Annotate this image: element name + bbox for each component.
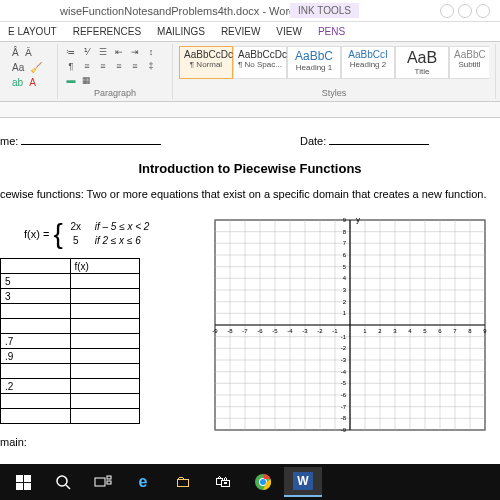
styles-group-label: Styles	[179, 88, 489, 99]
svg-text:-3: -3	[302, 328, 308, 334]
styles-group: AaBbCcDc ¶ Normal AaBbCcDc ¶ No Spac... …	[173, 44, 496, 99]
decrease-indent-icon[interactable]: ⇤	[112, 46, 126, 58]
svg-text:3: 3	[393, 328, 397, 334]
svg-text:-4: -4	[341, 369, 347, 375]
shading-icon[interactable]: ▬	[64, 74, 78, 86]
svg-text:-1: -1	[332, 328, 338, 334]
piecewise-formula: f(x) = { 2xif – 5 ≤ x < 2 5if 2 ≤ x ≤ 6	[24, 218, 195, 250]
start-button[interactable]	[4, 467, 42, 497]
definition-text: cewise functions: Two or more equations …	[0, 188, 500, 200]
tab-review[interactable]: REVIEW	[213, 26, 268, 37]
name-underline	[21, 134, 161, 145]
change-case-icon[interactable]: Aa	[10, 61, 26, 74]
file-explorer-icon[interactable]: 🗀	[164, 467, 202, 497]
borders-icon[interactable]: ▦	[80, 74, 94, 86]
window-title: wiseFunctionNotesandProblems4th.docx - W…	[60, 5, 295, 17]
ribbon-content: Â Ǎ Aa 🧹 ab A ≔ ⅟ ☰ ⇤ ⇥ ↕ ¶ ≡ ≡ ≡ ≡ ‡ …	[0, 42, 500, 102]
svg-text:9: 9	[483, 328, 487, 334]
taskbar-search[interactable]	[44, 467, 82, 497]
taskbar: e 🗀 🛍 W	[0, 464, 500, 500]
style-normal[interactable]: AaBbCcDc ¶ Normal	[179, 46, 233, 79]
svg-text:-3: -3	[341, 357, 347, 363]
coordinate-graph: -9-8-7-6-5-4-3-2-1123456789-9-8-7-6-5-4-…	[205, 210, 475, 448]
align-left-icon[interactable]: ≡	[80, 60, 94, 72]
svg-text:5: 5	[423, 328, 427, 334]
svg-point-78	[57, 476, 67, 486]
svg-rect-80	[95, 478, 105, 486]
svg-text:-2: -2	[341, 345, 347, 351]
font-color-icon[interactable]: A	[27, 76, 38, 89]
tab-mailings[interactable]: MAILINGS	[149, 26, 213, 37]
ribbon-tabs: E LAYOUT REFERENCES MAILINGS REVIEW VIEW…	[0, 22, 500, 42]
increase-indent-icon[interactable]: ⇥	[128, 46, 142, 58]
svg-text:-8: -8	[341, 415, 347, 421]
text-highlight-icon[interactable]: ab	[10, 76, 25, 89]
svg-text:-4: -4	[287, 328, 293, 334]
values-table: f(x) 5 3 .7 .9 .2	[0, 258, 140, 424]
svg-text:6: 6	[438, 328, 442, 334]
style-heading1[interactable]: AaBbC Heading 1	[287, 46, 341, 79]
title-decorations	[440, 4, 490, 18]
svg-text:-2: -2	[317, 328, 323, 334]
svg-point-85	[260, 479, 266, 485]
style-heading2[interactable]: AaBbCcI Heading 2	[341, 46, 395, 79]
tab-pens[interactable]: PENS	[310, 26, 353, 37]
name-label: me:	[0, 135, 18, 147]
svg-text:-6: -6	[257, 328, 263, 334]
tab-references[interactable]: REFERENCES	[65, 26, 149, 37]
svg-text:-8: -8	[227, 328, 233, 334]
chrome-icon[interactable]	[244, 467, 282, 497]
domain-label: main:	[0, 436, 195, 448]
bullets-icon[interactable]: ≔	[64, 46, 78, 58]
style-title[interactable]: AaB Title	[395, 46, 449, 79]
sort-icon[interactable]: ↕	[144, 46, 158, 58]
date-underline	[329, 134, 429, 145]
svg-text:4: 4	[408, 328, 412, 334]
svg-text:1: 1	[363, 328, 367, 334]
svg-text:-5: -5	[341, 380, 347, 386]
word-icon[interactable]: W	[284, 467, 322, 497]
date-label: Date:	[300, 135, 326, 147]
document-area[interactable]: me: Date: Introduction to Piecewise Func…	[0, 118, 500, 454]
svg-text:y: y	[356, 215, 360, 224]
svg-text:2: 2	[378, 328, 382, 334]
tab-layout[interactable]: E LAYOUT	[0, 26, 65, 37]
font-decrease-icon[interactable]: Ǎ	[23, 46, 34, 59]
store-icon[interactable]: 🛍	[204, 467, 242, 497]
clear-format-icon[interactable]: 🧹	[28, 61, 44, 74]
titlebar: wiseFunctionNotesandProblems4th.docx - W…	[0, 0, 500, 22]
svg-text:-9: -9	[341, 427, 347, 433]
ink-tools-tab[interactable]: INK TOOLS	[290, 3, 359, 18]
style-nospacing[interactable]: AaBbCcDc ¶ No Spac...	[233, 46, 287, 79]
document-title: Introduction to Piecewise Functions	[0, 161, 500, 176]
svg-text:-1: -1	[341, 334, 347, 340]
task-view-icon[interactable]	[84, 467, 122, 497]
svg-line-79	[66, 485, 70, 489]
align-right-icon[interactable]: ≡	[112, 60, 126, 72]
edge-icon[interactable]: e	[124, 467, 162, 497]
paragraph-group-label: Paragraph	[64, 88, 166, 99]
show-marks-icon[interactable]: ¶	[64, 60, 78, 72]
svg-text:-7: -7	[341, 404, 347, 410]
svg-text:-6: -6	[341, 392, 347, 398]
svg-text:-9: -9	[212, 328, 218, 334]
table-header-fx: f(x)	[70, 259, 140, 274]
multilevel-icon[interactable]: ☰	[96, 46, 110, 58]
align-center-icon[interactable]: ≡	[96, 60, 110, 72]
tab-view[interactable]: VIEW	[268, 26, 310, 37]
svg-rect-82	[107, 481, 111, 484]
svg-text:8: 8	[468, 328, 472, 334]
line-spacing-icon[interactable]: ‡	[144, 60, 158, 72]
style-subtitle[interactable]: AaBbC Subtitl	[449, 46, 489, 79]
paragraph-group: ≔ ⅟ ☰ ⇤ ⇥ ↕ ¶ ≡ ≡ ≡ ≡ ‡ ▬ ▦ Paragraph	[58, 44, 173, 99]
svg-rect-81	[107, 476, 111, 479]
font-group: Â Ǎ Aa 🧹 ab A	[4, 44, 58, 99]
svg-text:-5: -5	[272, 328, 278, 334]
justify-icon[interactable]: ≡	[128, 60, 142, 72]
ruler[interactable]	[0, 102, 500, 118]
svg-text:7: 7	[453, 328, 457, 334]
font-increase-icon[interactable]: Â	[10, 46, 21, 59]
numbering-icon[interactable]: ⅟	[80, 46, 94, 58]
svg-text:-7: -7	[242, 328, 248, 334]
font-group-label	[10, 98, 51, 99]
